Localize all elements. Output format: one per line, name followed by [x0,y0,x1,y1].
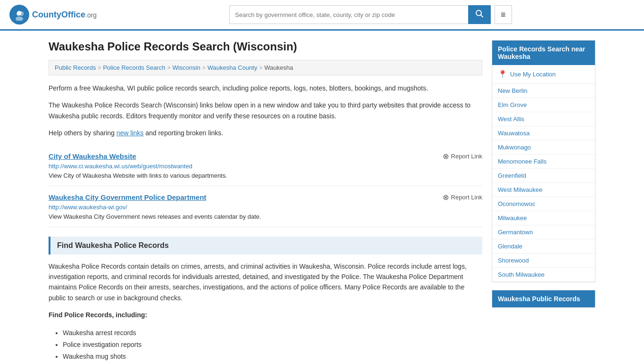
logo-icon: CO [9,5,29,25]
sidebar-link-milwaukee[interactable]: Milwaukee [492,211,595,225]
link-url-0[interactable]: http://www.ci.waukesha.wi.us/web/guest/m… [49,163,482,170]
sidebar-link-new-berlin[interactable]: New Berlin [492,84,595,98]
breadcrumb-police-records[interactable]: Police Records Search [103,64,165,71]
use-my-location-label: Use My Location [510,71,556,78]
find-section-list: Waukesha arrest records Police investiga… [63,327,482,362]
link-desc-0: View City of Waukesha Website with links… [49,172,227,179]
bullet-item-1: Police investigation reports [63,339,482,351]
sidebar-link-wauwatosa[interactable]: Wauwatosa [492,126,595,140]
sidebar-link-elm-grove[interactable]: Elm Grove [492,98,595,112]
sidebar: Police Records Search near Waukesha 📍 Us… [492,40,595,362]
breadcrumb-sep-2: > [167,65,171,71]
breadcrumb-wisconsin[interactable]: Wisconsin [173,64,200,71]
sidebar-nearby-title: Police Records Search near Waukesha [492,41,595,65]
use-my-location-btn[interactable]: 📍 Use My Location [492,65,595,84]
sidebar-link-south-milwaukee[interactable]: South Milwaukee [492,268,595,282]
sidebar-link-glendale[interactable]: Glendale [492,239,595,254]
link-entry-header-0: City of Waukesha Website ⊗ Report Link [49,152,482,161]
main-content: Waukesha Police Records Search (Wisconsi… [49,40,482,362]
find-section-header: Find Waukesha Police Records [49,237,482,255]
sidebar-link-west-milwaukee[interactable]: West Milwaukee [492,183,595,197]
bullet-item-2: Waukesha mug shots [63,351,482,362]
link-title-1[interactable]: Waukesha City Government Police Departme… [49,193,206,201]
breadcrumb: Public Records > Police Records Search >… [49,60,482,75]
logo-area: CO CountyOffice.org [9,5,97,25]
sidebar-public-records-title: Waukesha Public Records [492,290,595,307]
report-link-label-0: Report Link [451,153,482,160]
sidebar-public-records-box: Waukesha Public Records [492,290,595,308]
breadcrumb-waukesha-county[interactable]: Waukesha County [207,64,257,71]
link-desc-1: View Waukesha City Government news relea… [49,213,261,220]
sidebar-link-west-allis[interactable]: West Allis [492,112,595,126]
search-input[interactable] [229,5,468,24]
intro-paragraph-2: The Waukesha Police Records Search (Wisc… [49,100,482,121]
breadcrumb-sep-1: > [98,65,101,71]
sidebar-link-mukwonago[interactable]: Mukwonago [492,140,595,155]
report-link-btn-1[interactable]: ⊗ Report Link [443,193,482,202]
breadcrumb-sep-3: > [202,65,206,71]
link-entry-1: Waukesha City Government Police Departme… [49,186,482,227]
search-area: ≡ [229,5,512,24]
report-link-label-1: Report Link [451,194,482,201]
link-entry-0: City of Waukesha Website ⊗ Report Link h… [49,145,482,186]
intro-p3-post: and reporting broken links. [144,129,223,137]
new-links-link[interactable]: new links [116,129,144,137]
link-url-1[interactable]: http://www.waukesha-wi.gov/ [49,204,482,211]
breadcrumb-public-records[interactable]: Public Records [55,64,96,71]
find-section-body: Waukesha Police Records contain details … [49,261,482,304]
report-icon-1: ⊗ [443,193,449,202]
sidebar-link-shorewood[interactable]: Shorewood [492,254,595,268]
find-section-subheader: Find Police Records, including: [49,310,482,320]
svg-line-5 [481,15,483,17]
sidebar-link-greenfield[interactable]: Greenfield [492,169,595,183]
location-pin-icon: 📍 [498,70,507,79]
intro-paragraph-3: Help others by sharing new links and rep… [49,128,482,138]
report-icon-0: ⊗ [443,152,449,161]
breadcrumb-sep-4: > [259,65,263,71]
link-entry-header-1: Waukesha City Government Police Departme… [49,193,482,202]
site-header: CO CountyOffice.org ≡ [0,0,644,31]
menu-button[interactable]: ≡ [495,5,512,24]
logo-text: CountyOffice.org [32,10,97,20]
page-title: Waukesha Police Records Search (Wisconsi… [49,40,482,53]
main-layout: Waukesha Police Records Search (Wisconsi… [39,31,605,362]
link-title-0[interactable]: City of Waukesha Website [49,152,136,160]
search-button[interactable] [468,5,491,24]
svg-text:CO: CO [17,11,24,16]
sidebar-nearby-box: Police Records Search near Waukesha 📍 Us… [492,40,595,282]
sidebar-link-oconomowoc[interactable]: Oconomowoc [492,197,595,211]
sidebar-link-menomonee-falls[interactable]: Menomonee Falls [492,155,595,169]
bullet-item-0: Waukesha arrest records [63,327,482,339]
report-link-btn-0[interactable]: ⊗ Report Link [443,152,482,161]
breadcrumb-waukesha: Waukesha [264,64,293,71]
intro-p3-pre: Help others by sharing [49,129,116,137]
link-entries: City of Waukesha Website ⊗ Report Link h… [49,145,482,227]
intro-paragraph-1: Perform a free Waukesha, WI public polic… [49,83,482,93]
sidebar-link-germantown[interactable]: Germantown [492,225,595,239]
